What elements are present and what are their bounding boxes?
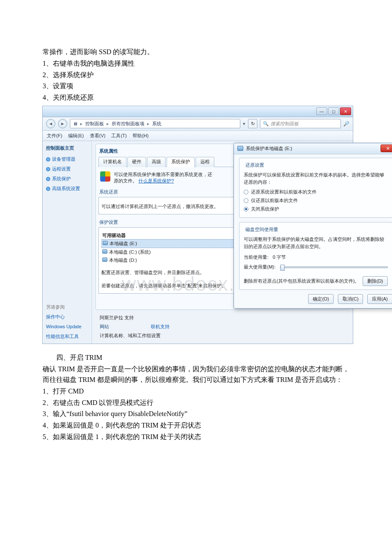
close-button[interactable]: ✕: [340, 107, 351, 115]
address-bar: ◄ ► 🖥 ▸ 控制面板 ▸ 所有控制面板项 ▸ 系统 ▾ ↻ 🔍 搜索控制面板…: [43, 117, 353, 131]
website-label: 网站: [100, 323, 142, 330]
sidebar-link-perf-info[interactable]: 性能信息和工具: [46, 333, 88, 340]
dialog-ok-button[interactable]: 确定(O): [308, 294, 334, 304]
crumb[interactable]: 系统: [152, 120, 161, 127]
refresh-button[interactable]: ↻: [248, 119, 257, 128]
radio-disable-protection[interactable]: 关闭系统保护: [244, 205, 388, 213]
sidebar-link-advanced[interactable]: 高级系统设置: [46, 185, 88, 192]
step: 4、如果返回值是 0，则代表您的 TRIM 处于开启状态: [43, 420, 349, 431]
drive-icon: [102, 257, 107, 262]
maximize-button[interactable]: ◻: [328, 107, 339, 115]
shield-icon: [46, 177, 50, 181]
back-button[interactable]: ◄: [46, 119, 55, 128]
online-support-link[interactable]: 联机支持: [151, 323, 170, 330]
shield-icon: [46, 157, 50, 162]
step: 3、输入“fsutil behavior query DisableDelete…: [43, 409, 349, 419]
sidebar-link-remote[interactable]: 远程设置: [46, 165, 88, 173]
restore-text: 可以通过将计算机还原到上一个还原点，撤消系统更改。: [101, 203, 219, 210]
support-label: 阿斯兰萨拉 支持: [100, 314, 134, 321]
tab-computer-name[interactable]: 计算机名: [98, 157, 127, 167]
sidebar-header: 控制面板主页: [46, 145, 88, 152]
max-usage-slider[interactable]: [280, 266, 388, 268]
sidebar-link-windows-update[interactable]: Windows Update: [46, 323, 88, 330]
step: 2、选择系统保护: [43, 70, 349, 81]
window-titlebar: — ◻ ✕: [43, 106, 353, 117]
forward-button[interactable]: ►: [58, 119, 67, 128]
configure-text: 配置还原设置、管理磁盘空间，并且删除还原点。: [101, 269, 205, 276]
sidebar-link-system-protection[interactable]: 系统保护: [46, 175, 88, 182]
menu-file[interactable]: 文件(F): [47, 132, 62, 139]
sidebar-link-action-center[interactable]: 操作中心: [46, 313, 88, 321]
crumb[interactable]: 控制面板: [85, 120, 104, 127]
breadcrumb-dropdown[interactable]: ▾: [243, 120, 245, 127]
dialog-close-button[interactable]: ✕: [380, 145, 392, 152]
tab-system-protection[interactable]: 系统保护: [167, 157, 195, 167]
search-icon[interactable]: 🔎: [343, 120, 349, 127]
col-drive: 可用驱动器: [102, 232, 126, 239]
step: 4、关闭系统还原: [43, 92, 349, 103]
search-input[interactable]: 🔍 搜索控制面板: [260, 119, 341, 128]
disk-usage-group: 磁盘空间使用量: [244, 226, 280, 233]
menu-edit[interactable]: 编辑(E): [68, 132, 84, 139]
create-text: 若要创建还原点，请先选择驱动器并单击“配置”来启用保护。: [101, 282, 226, 289]
windows-screenshot: — ◻ ✕ ◄ ► 🖥 ▸ 控制面板 ▸ 所有控制面板项 ▸ 系统 ▾ ↻ 🔍 …: [42, 106, 353, 344]
drive-icon: [237, 146, 243, 151]
computer-icon: 🖥: [73, 120, 78, 127]
radio-restore-files[interactable]: 仅还原以前版本的文件: [244, 197, 388, 204]
dialog-apply-button[interactable]: 应用(A): [367, 294, 392, 304]
shield-icon: [100, 171, 110, 182]
crumb[interactable]: 所有控制面板项: [112, 120, 144, 127]
drive-icon: [102, 249, 107, 254]
radio-restore-all[interactable]: 还原系统设置和以前版本的文件: [244, 188, 388, 196]
dialog-title: 系统保护本地磁盘 (E:): [246, 145, 292, 152]
step: 5、如果返回值是 1，则代表您的 TRIM 处于关闭状态: [43, 432, 349, 442]
step: 2、右键点击 CMD 以管理员模式运行: [43, 398, 349, 408]
restore-settings-group: 还原设置: [244, 162, 266, 169]
current-usage-label: 当前使用量:: [244, 254, 268, 261]
main-pane: ? 系统属性 计算机名 硬件 高级 系统保护 远程 可以使用系统保护来撤消不需要…: [92, 141, 353, 344]
computer-name-section: 计算机名称、域和工作组设置: [100, 332, 161, 339]
search-icon: 🔍: [263, 120, 269, 127]
step: 1、打开 CMD: [43, 386, 349, 397]
shield-icon: [46, 187, 50, 191]
dialog-cancel-button[interactable]: 取消(C): [338, 294, 363, 304]
minimize-button[interactable]: —: [316, 107, 327, 115]
max-usage-label: 最大使用量(M):: [244, 263, 276, 271]
menu-bar: 文件(F) 编辑(E) 查看(V) 工具(T) 帮助(H): [43, 131, 353, 141]
protection-description: 可以使用系统保护来撤消不需要的系统更改，还 原的文件。 什么是系统保护?: [114, 171, 212, 184]
sidebar: 控制面板主页 设备管理器 远程设置 系统保护 高级系统设置 另请参阅 操作中心 …: [43, 141, 92, 344]
menu-help[interactable]: 帮助(H): [133, 132, 148, 139]
step: 1、右键单击我的电脑选择属性: [43, 58, 349, 69]
breadcrumb[interactable]: 🖥 ▸ 控制面板 ▸ 所有控制面板项 ▸ 系统: [70, 119, 240, 128]
delete-button[interactable]: 删除(D): [363, 276, 388, 286]
paragraph: 常操作，进而影响 SSD 的读写能力。: [43, 47, 349, 58]
delete-restore-points-text: 删除所有还原点(其中包括系统设置和以前版本的文件)。: [244, 278, 359, 285]
step: 3、设置项: [43, 81, 349, 92]
sidebar-link-device-manager[interactable]: 设备管理器: [46, 156, 88, 163]
current-usage-value: 0 字节: [273, 254, 286, 261]
system-protection-dialog: 系统保护本地磁盘 (E:) ✕ 还原设置 系统保护可以保留系统设置和以前文件版本…: [233, 143, 392, 309]
search-placeholder: 搜索控制面板: [271, 120, 299, 127]
see-also-header: 另请参阅: [46, 298, 88, 311]
paragraph: 确认 TRIM 是否开启一直是一个比较困难的事情，因为我们必须非常密切的监控电脑…: [43, 364, 349, 385]
tab-advanced[interactable]: 高级: [147, 157, 166, 167]
drive-icon: [103, 241, 108, 245]
menu-tools[interactable]: 工具(T): [111, 132, 127, 139]
tab-remote[interactable]: 远程: [196, 157, 214, 167]
restore-settings-desc: 系统保护可以保留系统设置和以前文件版本的副本。选择您希望能够还原的内容：: [244, 171, 388, 186]
shield-icon: [46, 167, 50, 171]
system-info-footer: 阿斯兰萨拉 支持 网站联机支持 计算机名称、域和工作组设置: [95, 314, 349, 339]
section-heading: 四、开启 TRIM: [43, 353, 349, 363]
menu-view[interactable]: 查看(V): [90, 132, 106, 139]
tab-hardware[interactable]: 硬件: [127, 157, 146, 167]
disk-usage-desc: 可以调整用于系统保护的最大磁盘空间。占满空间时，系统将删除较旧的还原点以便为新还…: [244, 236, 388, 250]
what-is-link[interactable]: 什么是系统保护?: [138, 178, 174, 183]
